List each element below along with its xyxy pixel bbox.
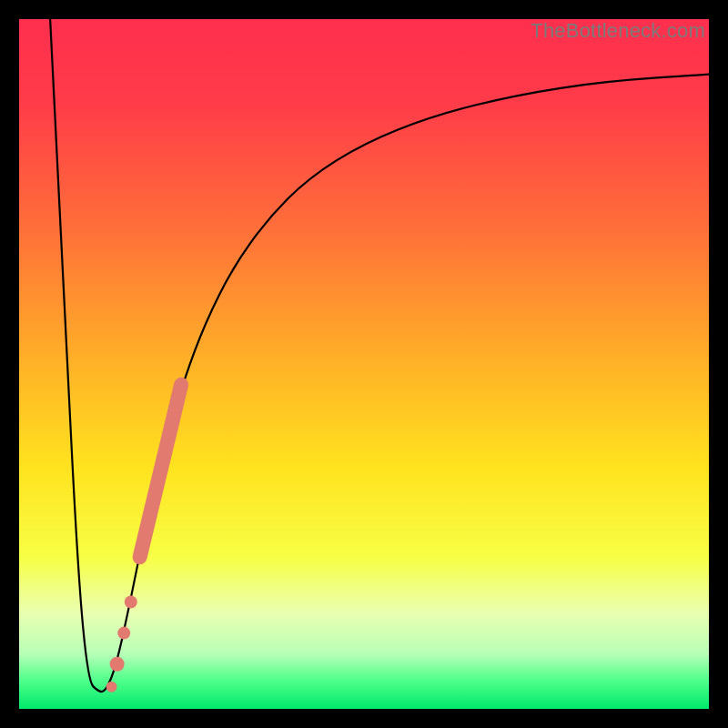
markers — [106, 385, 182, 693]
dot-4 — [106, 682, 117, 693]
dot-2 — [117, 627, 130, 640]
chart-frame: TheBottleneck.com — [0, 0, 728, 728]
highlight-segment — [140, 385, 181, 558]
chart-overlay — [19, 19, 709, 709]
bottleneck-curve — [50, 19, 709, 692]
plot-area: TheBottleneck.com — [19, 19, 709, 709]
dot-3 — [110, 657, 125, 672]
dot-1 — [125, 596, 137, 609]
